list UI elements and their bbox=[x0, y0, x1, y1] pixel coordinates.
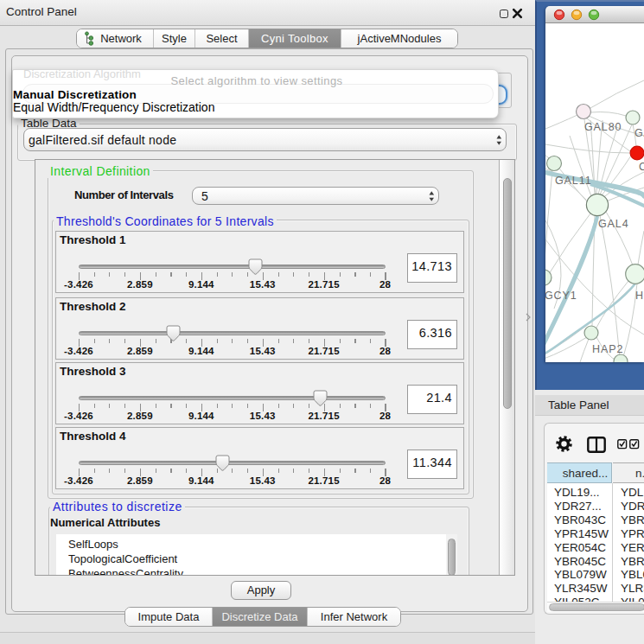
svg-text:GAL4: GAL4 bbox=[598, 218, 629, 230]
svg-text:HIS: HIS bbox=[635, 290, 644, 302]
svg-text:HAP2: HAP2 bbox=[592, 343, 623, 355]
svg-text:GCY1: GCY1 bbox=[545, 290, 577, 302]
svg-text:GAL80: GAL80 bbox=[584, 121, 622, 133]
svg-text:GAL11: GAL11 bbox=[555, 175, 592, 187]
svg-text:CYC: CYC bbox=[639, 161, 644, 173]
svg-text:GAL3: GAL3 bbox=[634, 127, 644, 139]
